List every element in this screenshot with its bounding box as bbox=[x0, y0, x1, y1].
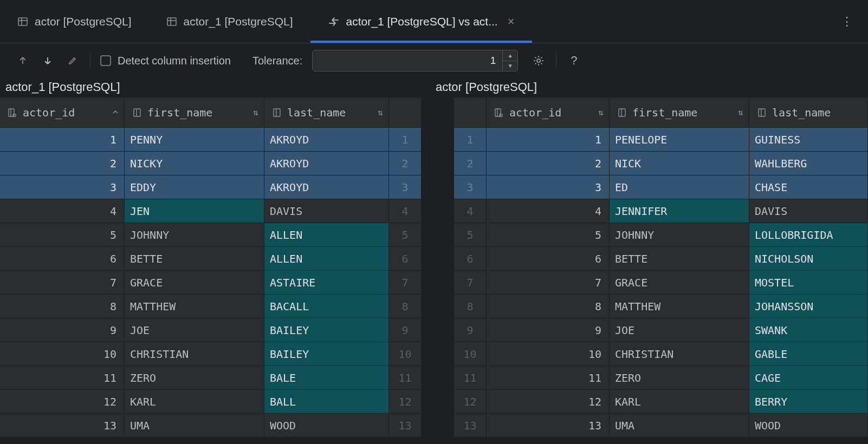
cell-first-name: CHRISTIAN bbox=[610, 342, 749, 366]
cell-last-name: BAILEY bbox=[264, 342, 389, 366]
gutter-left: 10 bbox=[389, 342, 422, 366]
gutter-right: 11 bbox=[454, 366, 487, 390]
cell-first-name: JENNIFER bbox=[610, 199, 749, 223]
cell-actor-id: 5 bbox=[0, 223, 125, 247]
gutter-right-header bbox=[454, 97, 487, 128]
table-row[interactable]: 6BETTEALLEN666BETTENICHOLSON bbox=[0, 247, 868, 271]
cell-first-name: GRACE bbox=[610, 271, 749, 295]
cell-actor-id: 12 bbox=[487, 390, 610, 414]
svg-rect-0 bbox=[18, 18, 27, 25]
tab-label: actor_1 [PostgreSQL] vs act... bbox=[346, 15, 498, 28]
cell-first-name: ED bbox=[610, 175, 749, 199]
cell-first-name: KARL bbox=[125, 390, 264, 414]
table-row[interactable]: 13UMAWOOD131313UMAWOOD bbox=[0, 414, 868, 438]
panel-gap bbox=[422, 175, 454, 199]
cell-actor-id: 2 bbox=[487, 152, 610, 175]
col-header-actor-id-left[interactable]: actor_id bbox=[0, 97, 125, 128]
gutter-right: 2 bbox=[454, 152, 487, 175]
tab-compare[interactable]: actor_1 [PostgreSQL] vs act... × bbox=[310, 0, 532, 43]
tolerance-input[interactable] bbox=[313, 55, 502, 67]
col-header-last-name-right[interactable]: last_name bbox=[749, 97, 868, 128]
svg-rect-19 bbox=[759, 109, 765, 116]
tab-label: actor_1 [PostgreSQL] bbox=[184, 15, 293, 28]
column-icon bbox=[757, 108, 767, 117]
next-diff-button[interactable] bbox=[40, 53, 55, 68]
key-column-icon bbox=[494, 108, 504, 117]
data-rows: 1PENNYAKROYD111PENELOPEGUINESS2NICKYAKRO… bbox=[0, 128, 868, 438]
cell-last-name: BACALL bbox=[264, 295, 389, 318]
table-row[interactable]: 5JOHNNYALLEN555JOHNNYLOLLOBRIGIDA bbox=[0, 223, 868, 247]
cell-last-name: JOHANSSON bbox=[749, 295, 868, 318]
checkbox-label: Detect column insertion bbox=[118, 55, 231, 67]
cell-actor-id: 3 bbox=[487, 175, 610, 199]
tab-more-button[interactable]: ⋮ bbox=[826, 15, 868, 29]
cell-last-name: BAILEY bbox=[264, 318, 389, 342]
col-header-first-name-right[interactable]: first_name ⇅ bbox=[610, 97, 749, 128]
cell-first-name: JOHNNY bbox=[610, 223, 749, 247]
panel-gap bbox=[422, 223, 454, 247]
cell-last-name: ALLEN bbox=[264, 247, 389, 271]
cell-actor-id: 8 bbox=[0, 295, 125, 318]
gutter-left: 4 bbox=[389, 199, 422, 223]
cell-last-name: DAVIS bbox=[749, 199, 868, 223]
sort-updown-icon: ⇅ bbox=[598, 107, 604, 117]
close-icon[interactable]: × bbox=[508, 15, 515, 29]
table-row[interactable]: 4JENDAVIS444JENNIFERDAVIS bbox=[0, 199, 868, 223]
gutter-left: 3 bbox=[389, 175, 422, 199]
divider bbox=[556, 53, 556, 69]
cell-first-name: ZERO bbox=[610, 366, 749, 390]
gutter-left: 12 bbox=[389, 390, 422, 414]
panel-gap bbox=[422, 342, 454, 366]
cell-actor-id: 10 bbox=[487, 342, 610, 366]
cell-last-name: CAGE bbox=[749, 366, 868, 390]
cell-last-name: CHASE bbox=[749, 175, 868, 199]
col-header-first-name-left[interactable]: first_name ⇅ bbox=[125, 97, 264, 128]
panel-gap bbox=[422, 128, 454, 152]
panel-gap bbox=[422, 414, 454, 438]
table-row[interactable]: 11ZEROBALE111111ZEROCAGE bbox=[0, 366, 868, 390]
gutter-right: 13 bbox=[454, 414, 487, 438]
left-panel-title: actor_1 [PostgreSQL] bbox=[5, 80, 431, 94]
right-panel-title: actor [PostgreSQL] bbox=[431, 80, 868, 94]
svg-rect-17 bbox=[619, 109, 625, 116]
table-row[interactable]: 9JOEBAILEY999JOESWANK bbox=[0, 318, 868, 342]
col-header-last-name-left[interactable]: last_name ⇅ bbox=[264, 97, 389, 128]
table-row[interactable]: 7GRACEASTAIRE777GRACEMOSTEL bbox=[0, 271, 868, 295]
diff-icon bbox=[328, 16, 340, 27]
help-button[interactable]: ? bbox=[566, 53, 581, 68]
cell-last-name: AKROYD bbox=[264, 152, 389, 175]
cell-actor-id: 4 bbox=[0, 199, 125, 223]
tolerance-input-wrap: ▲ ▼ bbox=[312, 50, 518, 71]
tab-actor[interactable]: actor [PostgreSQL] bbox=[0, 0, 149, 43]
cell-first-name: PENNY bbox=[125, 128, 264, 152]
settings-button[interactable] bbox=[531, 53, 546, 68]
edit-button[interactable] bbox=[65, 53, 80, 68]
table-row[interactable]: 10CHRISTIANBAILEY101010CHRISTIANGABLE bbox=[0, 342, 868, 366]
cell-actor-id: 11 bbox=[487, 366, 610, 390]
step-up-button[interactable]: ▲ bbox=[503, 50, 517, 61]
tab-actor1[interactable]: actor_1 [PostgreSQL] bbox=[149, 0, 310, 43]
table-row[interactable]: 2NICKYAKROYD222NICKWAHLBERG bbox=[0, 152, 868, 175]
cell-first-name: MATTHEW bbox=[125, 295, 264, 318]
gutter-left: 11 bbox=[389, 366, 422, 390]
table-row[interactable]: 12KARLBALL121212KARLBERRY bbox=[0, 390, 868, 414]
col-header-actor-id-right[interactable]: actor_id ⇅ bbox=[487, 97, 610, 128]
detect-insertion-checkbox[interactable]: Detect column insertion bbox=[100, 55, 231, 67]
sort-asc-icon bbox=[112, 107, 119, 117]
table-row[interactable]: 8MATTHEWBACALL888MATTHEWJOHANSSON bbox=[0, 295, 868, 318]
col-name: actor_id bbox=[509, 106, 561, 119]
cell-actor-id: 7 bbox=[0, 271, 125, 295]
cell-actor-id: 2 bbox=[0, 152, 125, 175]
cell-last-name: WOOD bbox=[749, 414, 868, 438]
table-row[interactable]: 1PENNYAKROYD111PENELOPEGUINESS bbox=[0, 128, 868, 152]
prev-diff-button[interactable] bbox=[15, 53, 30, 68]
step-down-button[interactable]: ▼ bbox=[503, 61, 517, 71]
table-row[interactable]: 3EDDYAKROYD333EDCHASE bbox=[0, 175, 868, 199]
cell-last-name: NICHOLSON bbox=[749, 247, 868, 271]
gutter-left: 13 bbox=[389, 414, 422, 438]
svg-point-6 bbox=[537, 59, 540, 62]
cell-actor-id: 1 bbox=[0, 128, 125, 152]
cell-first-name: ZERO bbox=[125, 366, 264, 390]
col-name: first_name bbox=[632, 106, 697, 119]
cell-first-name: JOHNNY bbox=[125, 223, 264, 247]
